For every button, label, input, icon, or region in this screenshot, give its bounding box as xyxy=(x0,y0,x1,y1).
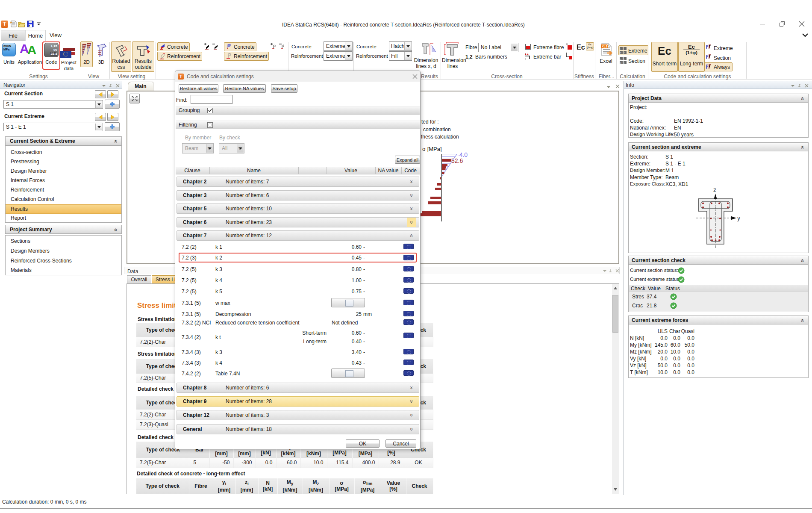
svg-text:x: x xyxy=(620,51,621,54)
svg-text:y: y xyxy=(737,215,740,221)
svg-text:z: z xyxy=(713,186,716,193)
svg-text:-: - xyxy=(624,47,625,50)
svg-text:-: - xyxy=(624,58,625,60)
svg-text:+: + xyxy=(620,58,622,60)
svg-text:x: x xyxy=(620,62,621,64)
svg-text:52.6: 52.6 xyxy=(451,157,463,164)
svg-text:XLS: XLS xyxy=(602,45,608,48)
svg-text:+: + xyxy=(620,47,622,50)
